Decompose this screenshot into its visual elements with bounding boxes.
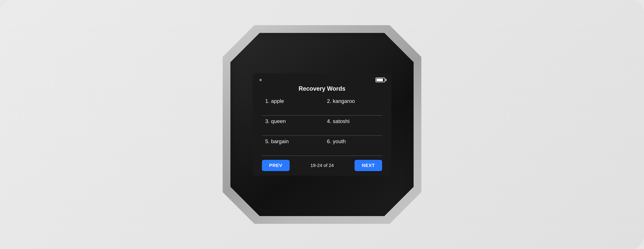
battery-tip [386,79,386,81]
word-number-5: 5. [265,138,271,144]
page-background: × Recovery Words 1. apple [0,0,644,249]
bottom-navigation: PREV 19-24 of 24 NEXT [253,156,391,176]
close-button[interactable]: × [258,77,264,83]
word-item-4: 4. satoshi [322,116,382,136]
top-bar: × [253,73,391,84]
word-item-6: 6. youth [322,136,382,156]
word-text-5: bargain [271,138,289,144]
device-screen: × Recovery Words 1. apple [253,73,391,176]
word-text-4: satoshi [333,118,350,124]
prev-button[interactable]: PREV [262,160,290,171]
word-number-3: 3. [265,118,271,124]
word-item-3: 3. queen [262,116,322,136]
word-number-2: 2. [327,98,333,104]
next-button[interactable]: NEXT [354,160,382,171]
battery-fill [376,78,383,81]
words-grid: 1. apple 2. kangaroo 3. queen 4. satoshi… [253,96,391,156]
page-indicator: 19-24 of 24 [293,163,351,168]
word-text-6: youth [333,138,346,144]
word-text-3: queen [271,118,286,124]
screen-title: Recovery Words [253,84,391,96]
device-outer-ring: × Recovery Words 1. apple [216,19,428,230]
word-number-6: 6. [327,138,333,144]
battery-indicator [376,78,386,82]
word-item-5: 5. bargain [262,136,322,156]
word-text-1: apple [271,98,284,104]
word-number-4: 4. [327,118,333,124]
close-icon: × [259,77,262,82]
word-number-1: 1. [265,98,271,104]
word-item-2: 2. kangaroo [322,96,382,116]
word-item-1: 1. apple [262,96,322,116]
word-text-2: kangaroo [333,98,355,104]
device-inner-body: × Recovery Words 1. apple [224,27,420,222]
battery-body [376,78,385,82]
